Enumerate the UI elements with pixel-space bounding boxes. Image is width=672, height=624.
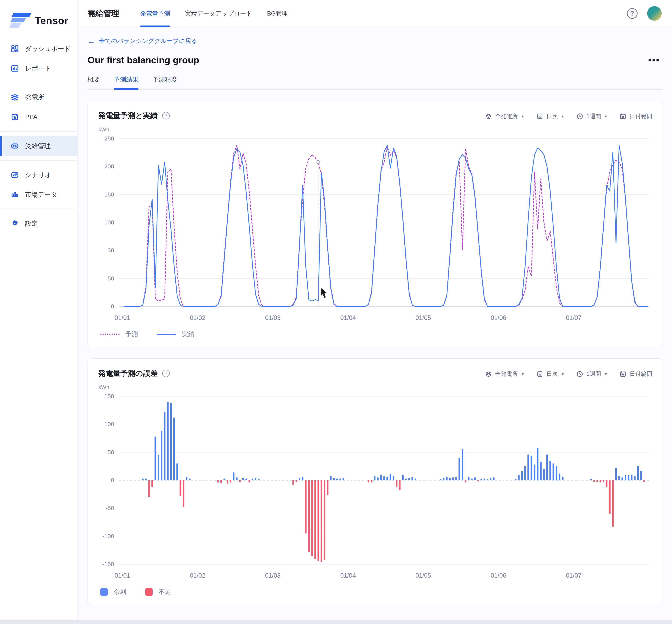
y-tick-label: -100 (102, 533, 114, 539)
more-menu-icon[interactable]: ••• (645, 58, 663, 62)
shortage-bar (314, 480, 316, 559)
plant-filter-label: 全発電所 (495, 370, 518, 378)
tab-generation-forecast[interactable]: 発電量予測 (140, 0, 170, 27)
y-tick-label: 50 (108, 275, 114, 282)
caret-down-icon: ▾ (522, 114, 524, 119)
x-tick-label: 01/02 (190, 314, 206, 321)
date-range-button[interactable]: 日付範囲 (619, 112, 652, 120)
y-tick-label: 0 (111, 477, 114, 483)
legend-label: 実績 (182, 330, 194, 338)
surplus-bar (167, 402, 169, 480)
chart-panel-icon (536, 370, 543, 378)
tab-forecast-results[interactable]: 予測結果 (114, 75, 138, 89)
surplus-bar (233, 472, 234, 480)
tensor-logo-icon (10, 12, 30, 29)
surplus-bar (414, 478, 416, 480)
mouse-cursor-icon (321, 288, 327, 298)
tab-overview[interactable]: 概要 (87, 75, 100, 89)
generation-line-chart[interactable]: 2502001501003050001/0101/0201/0301/0401/… (98, 134, 652, 327)
period-dropdown[interactable]: 1週間▾ (576, 370, 607, 378)
shortage-bar (399, 480, 400, 490)
sidebar-item-settings[interactable]: 設定 (0, 214, 78, 233)
plant-filter-dropdown[interactable]: 全発電所▾ (485, 112, 524, 120)
tab-actual-data-upload[interactable]: 実績データアップロード (185, 0, 252, 27)
surplus-bar (546, 454, 548, 480)
surplus-bar (562, 477, 563, 480)
y-tick-label: 250 (104, 135, 114, 142)
surplus-bar (524, 466, 526, 480)
surplus-bar (449, 478, 451, 480)
surplus-bar (389, 474, 391, 480)
shortage-bar (292, 480, 294, 485)
surplus-bar (549, 461, 551, 480)
shortage-bar (606, 480, 608, 487)
sidebar-item-label: ダッシュボード (25, 45, 71, 53)
x-tick-label: 01/05 (415, 314, 431, 321)
help-icon[interactable]: ? (162, 370, 170, 377)
shortage-bar (371, 480, 372, 483)
surplus-bar (537, 448, 538, 480)
sidebar-divider (0, 131, 78, 132)
breadcrumb[interactable]: ← 全てのバランシンググループに戻る (87, 37, 663, 45)
shortage-bar (311, 480, 313, 556)
sidebar-item-supply-demand[interactable]: 受給管理 (0, 136, 78, 156)
y-tick-label: 200 (104, 163, 114, 170)
surplus-bar (333, 478, 334, 480)
surplus-bar (380, 475, 382, 480)
date-range-button[interactable]: 日付範囲 (619, 370, 652, 378)
shortage-bar (324, 480, 325, 560)
surplus-bar (490, 478, 491, 480)
surplus-bar (155, 437, 156, 480)
plant-filter-dropdown[interactable]: 全発電所▾ (485, 370, 524, 378)
surplus-bar (515, 479, 516, 480)
surplus-bar (553, 464, 554, 480)
surplus-bar (487, 479, 488, 480)
surplus-bar (386, 477, 388, 480)
y-tick-label: 50 (108, 449, 114, 456)
granularity-dropdown[interactable]: 日次▾ (536, 370, 564, 378)
y-tick-label: -150 (102, 561, 114, 567)
clock-icon (576, 370, 584, 378)
top-header: 需給管理 発電量予測 実績データアップロード BG管理 ? (78, 0, 672, 27)
tab-bg-management[interactable]: BG管理 (267, 0, 288, 27)
shortage-bar (603, 480, 604, 482)
surplus-bar (452, 477, 454, 480)
legend-label: 余剰 (114, 588, 126, 596)
generation-forecast-card: 発電量予測と実績 ? 全発電所▾ 日次▾ 1週間▾ (87, 101, 663, 347)
x-tick-label: 01/04 (340, 314, 356, 321)
tab-forecast-accuracy[interactable]: 予測精度 (152, 75, 177, 89)
card-head: 発電量予測の誤差 ? 全発電所▾ 日次▾ 1週間▾ (98, 368, 652, 379)
surplus-bar (405, 478, 407, 480)
surplus-bar (455, 477, 457, 480)
avatar[interactable] (647, 6, 662, 21)
shortage-bar (296, 480, 297, 482)
surplus-bar (402, 475, 404, 480)
granularity-label: 日次 (546, 112, 558, 120)
sidebar-item-market-data[interactable]: 市場データ (0, 185, 78, 204)
sidebar-item-ppa[interactable]: PPA (0, 107, 78, 127)
legend-label: 不足 (159, 588, 171, 596)
sidebar-item-label: レポート (25, 64, 51, 73)
surplus-bar (145, 478, 146, 480)
granularity-dropdown[interactable]: 日次▾ (536, 112, 564, 120)
surplus-bar (242, 478, 244, 480)
shortage-bar (226, 480, 228, 484)
sidebar: Tensor ダッシュボード レポート 発電所 PPA 受給管理 シナリオ (0, 0, 78, 624)
sidebar-item-power-plants[interactable]: 発電所 (0, 87, 78, 107)
period-dropdown[interactable]: 1週間▾ (576, 112, 607, 120)
sidebar-item-report[interactable]: レポート (0, 59, 78, 78)
sidebar-item-scenario[interactable]: シナリオ (0, 165, 78, 185)
header-right: ? (627, 6, 662, 21)
brand-name: Tensor (35, 15, 69, 26)
legend-forecast: 予測 (100, 330, 138, 338)
granularity-label: 日次 (546, 370, 558, 378)
caret-down-icon: ▾ (605, 114, 607, 119)
forecast-error-bar-chart[interactable]: 150100500-50-100-15001/0101/0201/0301/04… (98, 391, 652, 585)
series-line-実績 (124, 145, 647, 307)
shortage-bar (239, 480, 241, 482)
help-icon[interactable]: ? (627, 8, 638, 19)
surplus-bar (177, 464, 178, 480)
sidebar-item-dashboard[interactable]: ダッシュボード (0, 39, 78, 59)
y-tick-label: 30 (108, 247, 114, 254)
help-icon[interactable]: ? (162, 112, 170, 120)
